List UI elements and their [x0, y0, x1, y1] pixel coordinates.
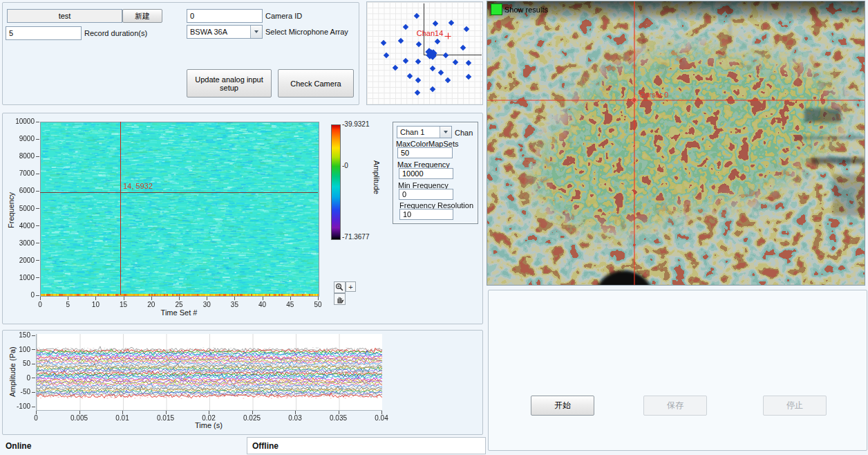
pan-tool-icon[interactable] — [334, 293, 346, 305]
camera-image[interactable]: Cursor 0 Show results — [487, 1, 865, 286]
mic-position-dot — [415, 58, 421, 64]
spec-xtick-label: 15 — [113, 301, 134, 308]
wave-xtick-label: 0.035 — [323, 414, 354, 422]
spec-xtick-label: 0 — [30, 301, 50, 308]
save-button[interactable]: 保存 — [643, 396, 707, 416]
spec-xtick-label: 5 — [57, 301, 78, 308]
chan-highlight-label: Chan14 — [417, 29, 444, 37]
spec-ytick — [36, 295, 39, 296]
spec-ytick — [36, 243, 39, 243]
spec-xtick — [95, 297, 96, 300]
chan-cursor-cross-v — [448, 32, 449, 39]
chan-select-label: Chan — [455, 129, 473, 137]
stop-button[interactable]: 停止 — [763, 396, 827, 416]
image-cursor-label: Cursor 0 — [639, 91, 668, 99]
start-button[interactable]: 开始 — [531, 396, 594, 416]
wave-ytick-label: 50 — [4, 360, 30, 367]
zoom-tool-icon[interactable] — [334, 281, 346, 293]
mic-position-dot — [429, 86, 435, 92]
spec-ytick-label: 1000 — [8, 274, 35, 281]
show-results-checkbox[interactable] — [491, 3, 502, 15]
mic-array-label: Select Microphone Array — [265, 28, 348, 36]
max-frequency-field[interactable] — [399, 168, 453, 179]
spectrogram-canvas[interactable] — [40, 122, 319, 297]
wave-ytick — [32, 364, 35, 364]
spec-ytick — [36, 225, 39, 226]
mic-position-dot — [465, 59, 471, 65]
waveform-canvas[interactable] — [37, 334, 382, 410]
spec-xtick — [263, 297, 263, 300]
spec-xtick — [179, 297, 180, 300]
mic-position-dot — [460, 45, 466, 50]
spec-ytick-label: 5000 — [8, 205, 35, 212]
spec-xtick — [40, 297, 41, 300]
spec-ytick-label: 9000 — [8, 135, 35, 142]
chevron-down-icon[interactable] — [440, 127, 451, 138]
min-frequency-field[interactable] — [399, 189, 453, 200]
wave-ytick — [32, 378, 35, 378]
chan-select[interactable]: Chan 1 — [397, 126, 452, 138]
spec-ytick-label: 2000 — [8, 257, 35, 264]
spectrogram-cursor-label: 14, 5932 — [123, 182, 153, 190]
mic-position-dot — [414, 13, 419, 19]
mic-position-dot — [381, 40, 386, 46]
mic-position-dot — [463, 26, 469, 32]
spec-xtick-label: 40 — [252, 301, 273, 308]
wave-ytick-label: -100 — [4, 402, 30, 410]
mic-position-dot — [438, 69, 444, 75]
spectrogram-xlabel: Time Set # — [151, 308, 207, 317]
spec-xtick — [68, 297, 68, 300]
mic-array-plot[interactable]: Chan14 — [366, 1, 483, 105]
spec-ytick-label: 7000 — [8, 169, 35, 177]
crosshair-tool-icon[interactable]: + — [346, 281, 356, 292]
spec-xtick-label: 10 — [85, 301, 106, 308]
record-duration-field[interactable] — [6, 26, 82, 40]
new-session-button[interactable]: 新建 — [122, 9, 162, 23]
wave-xtick-label: 0.01 — [107, 414, 138, 422]
wave-ytick-label: 100 — [4, 346, 30, 353]
wave-xtick-label: 0.015 — [151, 414, 181, 422]
mic-position-dot — [383, 52, 388, 57]
mic-position-dot — [407, 73, 413, 78]
wave-ytick — [32, 407, 35, 407]
offline-status-box: Offline — [247, 437, 486, 454]
darkening-overlay — [487, 1, 865, 285]
mic-position-dot — [415, 77, 421, 83]
spec-xtick — [234, 297, 235, 300]
wave-xtick-label: 0.02 — [194, 414, 224, 422]
spec-xtick — [318, 297, 319, 300]
chevron-down-icon[interactable] — [250, 26, 262, 38]
wave-ytick — [32, 349, 35, 350]
show-results-label: Show results — [504, 6, 548, 14]
frequency-resolution-field[interactable] — [399, 209, 453, 220]
spec-ytick-label: 6000 — [8, 187, 35, 194]
colorbar — [331, 124, 341, 240]
session-name-field[interactable] — [7, 9, 122, 23]
mic-position-dot — [435, 39, 440, 44]
spec-ytick — [36, 174, 39, 174]
spec-ytick — [36, 191, 39, 192]
mic-position-dot — [449, 20, 454, 26]
spectrogram-cursor-horizontal[interactable] — [40, 192, 318, 193]
wave-xtick-label: 0 — [21, 414, 51, 422]
colorbar-title: Amplitude — [372, 160, 381, 194]
mic-position-dot — [465, 73, 471, 79]
chan-select-value: Chan 1 — [397, 128, 440, 136]
spec-xtick — [151, 297, 152, 300]
mic-array-value: BSWA 36A — [187, 28, 250, 36]
mic-position-dot — [415, 90, 420, 95]
mic-array-select[interactable]: BSWA 36A — [187, 25, 263, 39]
spec-xtick-label: 20 — [141, 301, 162, 308]
spectrogram-cursor-vertical[interactable] — [120, 122, 121, 295]
online-status-label: Online — [6, 441, 31, 451]
update-analog-input-button[interactable]: Update analog input setup — [187, 69, 272, 98]
spec-ytick-label: 4000 — [8, 222, 35, 230]
camera-id-field[interactable] — [187, 9, 263, 23]
wave-ytick — [32, 392, 35, 393]
spec-ytick-label: 10000 — [8, 118, 35, 125]
mic-position-dot — [403, 57, 408, 63]
mic-position-dot — [445, 77, 451, 83]
wave-xtick-label: 0.04 — [366, 414, 397, 422]
check-camera-button[interactable]: Check Camera — [278, 69, 354, 98]
maxcolormapsets-field[interactable] — [397, 147, 453, 158]
